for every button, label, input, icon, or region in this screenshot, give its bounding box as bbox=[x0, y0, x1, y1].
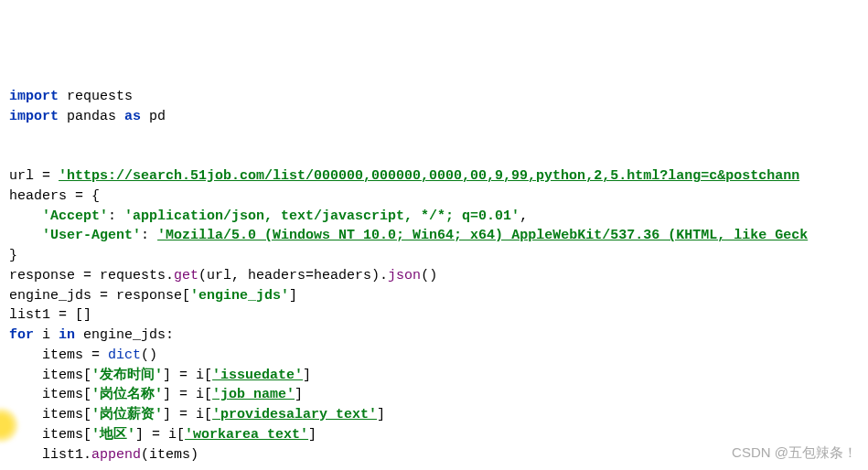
keyword-import: import bbox=[9, 109, 59, 124]
code-line-10: response = requests.get(url, headers=hea… bbox=[9, 266, 859, 286]
code-line-6: headers = { bbox=[9, 187, 859, 207]
code-line-blank bbox=[9, 465, 859, 470]
keyword-as: as bbox=[124, 109, 141, 124]
code-line-2: import pandas as pd bbox=[9, 107, 859, 127]
string-value: 'Mozilla/5.0 (Windows NT 10.0; Win64; x6… bbox=[157, 228, 808, 243]
code-line-12: list1 = [] bbox=[9, 305, 859, 326]
string-key: '地区' bbox=[91, 427, 135, 443]
string-value: 'workarea_text' bbox=[185, 427, 308, 443]
method-json: json bbox=[388, 268, 421, 283]
code-line-8: 'User-Agent': 'Mozilla/5.0 (Windows NT 1… bbox=[9, 226, 859, 246]
string-value: 'providesalary_text' bbox=[212, 407, 377, 422]
code-line-17: items['岗位薪资'] = i['providesalary_text'] bbox=[9, 405, 859, 425]
watermark-text: CSDN @五包辣条！ bbox=[732, 443, 857, 463]
string-value: 'application/json, text/javascript, */*;… bbox=[124, 208, 520, 224]
code-line-11: engine_jds = response['engine_jds'] bbox=[9, 286, 859, 306]
keyword-import: import bbox=[9, 89, 59, 104]
method-append: append bbox=[91, 447, 141, 463]
string-key: 'engine_jds' bbox=[190, 288, 289, 304]
code-line-7: 'Accept': 'application/json, text/javasc… bbox=[9, 207, 859, 227]
string-key: '发布时间' bbox=[91, 368, 163, 383]
code-line-9: } bbox=[9, 246, 859, 266]
method-get: get bbox=[174, 268, 198, 283]
string-key: '岗位名称' bbox=[91, 387, 163, 402]
code-editor[interactable]: import requestsimport pandas as pd url =… bbox=[9, 87, 859, 470]
code-line-14: items = dict() bbox=[9, 346, 859, 366]
builtin-dict: dict bbox=[108, 347, 141, 363]
keyword-in: in bbox=[59, 327, 75, 343]
string-value: 'job_name' bbox=[212, 387, 295, 402]
code-line-blank bbox=[9, 127, 859, 147]
code-line-13: for i in engine_jds: bbox=[9, 326, 859, 346]
string-key: '岗位薪资' bbox=[91, 407, 163, 422]
code-line-15: items['发布时间'] = i['issuedate'] bbox=[9, 366, 859, 386]
string-key: 'User-Agent' bbox=[42, 228, 141, 243]
string-key: 'Accept' bbox=[42, 208, 108, 224]
string-value: 'issuedate' bbox=[212, 368, 303, 383]
code-line-blank bbox=[9, 146, 859, 166]
keyword-for: for bbox=[9, 327, 34, 343]
code-line-16: items['岗位名称'] = i['job_name'] bbox=[9, 385, 859, 405]
string-url: 'https://search.51job.com/list/000000,00… bbox=[59, 168, 799, 184]
code-line-1: import requests bbox=[9, 87, 859, 107]
code-line-5: url = 'https://search.51job.com/list/000… bbox=[9, 166, 859, 187]
code-line-18: items['地区'] = i['workarea_text'] bbox=[9, 425, 859, 445]
